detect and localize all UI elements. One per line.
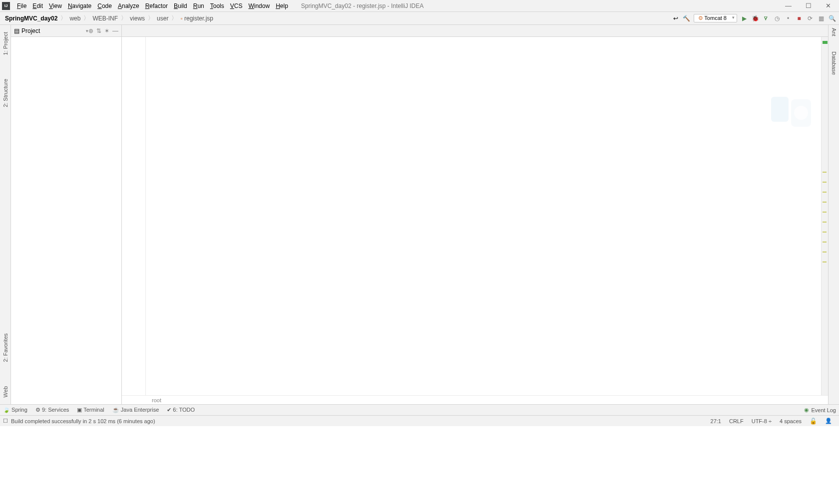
menu-run[interactable]: Run	[190, 2, 207, 9]
menu-tools[interactable]: Tools	[207, 2, 227, 9]
event-log-button[interactable]: ◉ Event Log	[804, 407, 836, 413]
tool-tab-database[interactable]: Database	[831, 51, 837, 75]
project-panel-header: ▤ Project ▾ ⊕ ⇅ ✶ —	[11, 25, 121, 37]
gear-icon[interactable]: ✶	[104, 27, 109, 34]
svg-rect-0	[771, 97, 789, 122]
editor-area: root	[122, 25, 828, 404]
structure-icon[interactable]: ▦	[817, 14, 825, 22]
expand-icon[interactable]: ⇅	[96, 27, 101, 34]
menu-file[interactable]: File	[14, 2, 29, 9]
tool-java-ee[interactable]: ☕ Java Enterprise	[112, 407, 159, 413]
tool-tab-structure[interactable]: 2: Structure	[2, 77, 8, 109]
breadcrumb-segment[interactable]: web	[67, 15, 82, 22]
menubar: IJ FileEditViewNavigateCodeAnalyzeRefact…	[0, 0, 839, 12]
tool-todo[interactable]: ✔ 6: TODO	[167, 407, 195, 413]
run-icon[interactable]: ▶	[740, 14, 748, 22]
menu-build[interactable]: Build	[171, 2, 190, 9]
right-tool-window-stripe: Ant Database	[828, 25, 839, 404]
menu-edit[interactable]: Edit	[29, 2, 46, 9]
status-indent[interactable]: 4 spaces	[776, 418, 806, 424]
chevron-right-icon: 〉	[170, 14, 178, 22]
menu-vcs[interactable]: VCS	[227, 2, 246, 9]
status-message: Build completed successfully in 2 s 102 …	[11, 418, 155, 424]
project-icon: ▤	[14, 27, 19, 34]
app-logo-icon: IJ	[2, 2, 10, 10]
project-panel-title[interactable]: Project	[21, 27, 85, 34]
update-icon[interactable]: ⟳	[806, 14, 814, 22]
editor-tabs	[122, 25, 828, 37]
close-button[interactable]: ✕	[826, 2, 831, 9]
inspector-icon[interactable]: 👤	[821, 418, 836, 424]
breadcrumb-segment[interactable]: WEB-INF	[90, 15, 120, 22]
svg-point-2	[794, 106, 808, 120]
error-stripe[interactable]	[821, 37, 828, 395]
status-bar: ☐ Build completed successfully in 2 s 10…	[0, 415, 839, 426]
stop-icon[interactable]: ■	[795, 14, 803, 22]
chevron-right-icon: 〉	[120, 14, 128, 22]
status-icon[interactable]: ☐	[3, 418, 8, 424]
tool-tab-ant[interactable]: Ant	[831, 28, 837, 36]
breadcrumb-segment[interactable]: user	[155, 15, 170, 22]
menu-navigate[interactable]: Navigate	[65, 2, 94, 9]
menu-view[interactable]: View	[46, 2, 65, 9]
search-icon[interactable]: 🔍	[828, 14, 836, 22]
tool-tab-web[interactable]: Web	[2, 384, 8, 399]
tool-tab-project[interactable]: 1: Project	[2, 30, 8, 57]
back-icon[interactable]: ↩	[672, 14, 680, 22]
status-encoding[interactable]: UTF-8 ÷	[748, 418, 776, 424]
code-area[interactable]	[146, 37, 821, 395]
collapse-icon[interactable]: —	[112, 27, 118, 34]
tool-spring[interactable]: 🍃 Spring	[3, 407, 27, 413]
menu-window[interactable]: Window	[245, 2, 273, 9]
lock-icon[interactable]: 🔓	[806, 418, 821, 425]
profile-icon[interactable]: ◷	[773, 14, 781, 22]
maximize-button[interactable]: ☐	[806, 2, 812, 9]
menu-code[interactable]: Code	[94, 2, 115, 9]
status-line-sep[interactable]: CRLF	[725, 418, 748, 424]
minimize-button[interactable]: —	[785, 2, 792, 9]
tool-tab-favorites[interactable]: 2: Favorites	[2, 331, 8, 364]
attach-icon[interactable]: •	[784, 14, 792, 22]
run-configuration-dropdown[interactable]: ⚙ Tomcat 8	[694, 14, 738, 22]
hammer-build-icon[interactable]: 🔨	[683, 14, 691, 22]
line-number-gutter	[122, 37, 146, 395]
nav-toolbar: SpringMVC_day02〉web〉WEB-INF〉views〉user〉▫…	[0, 12, 839, 25]
status-caret-pos[interactable]: 27:1	[707, 418, 725, 424]
window-title: SpringMVC_day02 - register.jsp - Intelli…	[301, 2, 423, 9]
debug-icon[interactable]: 🐞	[751, 14, 759, 22]
bottom-tool-window-stripe: 🍃 Spring ⚙ 9: Services ▣ Terminal ☕ Java…	[0, 404, 839, 415]
left-tool-window-stripe: 1: Project 2: Structure 2: Favorites Web	[0, 25, 11, 404]
breadcrumb-segment[interactable]: ▫ register.jsp	[178, 15, 215, 22]
mascot-image	[766, 92, 816, 152]
project-tree[interactable]	[11, 37, 121, 404]
tool-services[interactable]: ⚙ 9: Services	[35, 407, 69, 413]
tool-terminal[interactable]: ▣ Terminal	[77, 407, 104, 413]
chevron-right-icon: 〉	[59, 14, 67, 22]
menu-refactor[interactable]: Refactor	[142, 2, 171, 9]
coverage-icon[interactable]: ⛛	[762, 14, 770, 22]
chevron-right-icon: 〉	[82, 14, 90, 22]
chevron-right-icon: 〉	[147, 14, 155, 22]
locate-icon[interactable]: ⊕	[88, 27, 93, 34]
editor-breadcrumb[interactable]: root	[122, 395, 828, 404]
menu-analyze[interactable]: Analyze	[115, 2, 142, 9]
editor-body[interactable]	[122, 37, 828, 395]
breadcrumb-segment[interactable]: SpringMVC_day02	[3, 15, 59, 22]
menu-help[interactable]: Help	[273, 2, 291, 9]
breadcrumb-segment[interactable]: views	[128, 15, 147, 22]
project-tool-window: ▤ Project ▾ ⊕ ⇅ ✶ —	[11, 25, 122, 404]
